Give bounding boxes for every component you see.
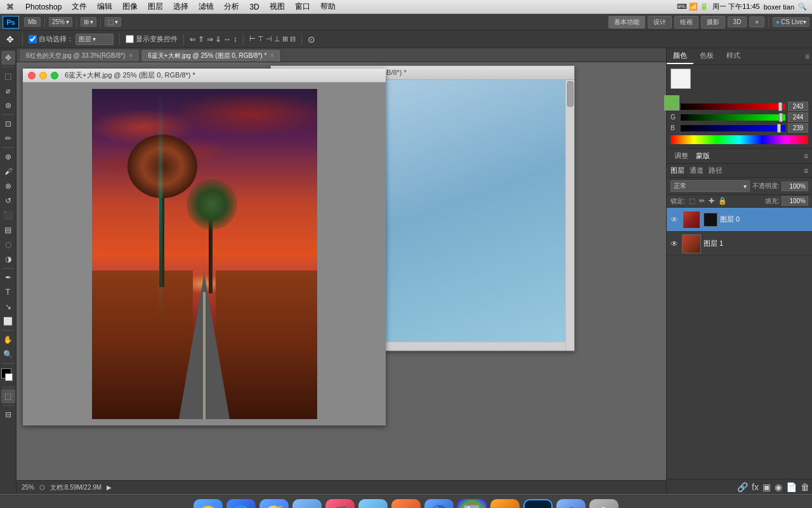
blend-mode-dropdown[interactable]: 正常 ▾: [671, 180, 750, 192]
b-channel-input[interactable]: 239: [788, 123, 808, 133]
lasso-tool[interactable]: ⌀: [1, 84, 15, 98]
tab-swatches[interactable]: 色板: [693, 48, 720, 64]
fill-input[interactable]: [782, 196, 808, 206]
workspace-more[interactable]: »: [749, 17, 764, 27]
g-channel-bar[interactable]: [681, 114, 785, 121]
g-channel-handle[interactable]: [779, 113, 783, 122]
auto-select-type[interactable]: 图层 ▾: [75, 34, 114, 45]
dock-email[interactable]: ✉: [490, 499, 520, 509]
menu-photoshop[interactable]: Photoshop: [20, 3, 67, 11]
search-icon[interactable]: 🔍: [798, 3, 807, 11]
bg-color-swatch[interactable]: [5, 373, 13, 381]
menu-analyze[interactable]: 分析: [219, 1, 244, 12]
path-selection-tool[interactable]: ↘: [1, 300, 15, 314]
dock-chrome[interactable]: 🔄: [457, 499, 487, 509]
second-doc-scrollbar-v[interactable]: [565, 80, 574, 351]
menu-window[interactable]: 窗口: [290, 1, 315, 12]
auto-select-check[interactable]: [29, 35, 37, 43]
eraser-tool[interactable]: ⬛: [1, 208, 15, 222]
workspace-photo[interactable]: 摄影: [701, 16, 725, 29]
layer-new-btn[interactable]: 📄: [786, 482, 797, 492]
ps-menu-btn[interactable]: Mb: [24, 17, 41, 27]
history-brush-tool[interactable]: ↺: [1, 194, 15, 208]
menu-layer[interactable]: 图层: [143, 1, 168, 12]
menu-view[interactable]: 视图: [265, 1, 290, 12]
layer-fx-btn[interactable]: fx: [752, 482, 759, 492]
workspace-paint[interactable]: 绘画: [674, 16, 698, 29]
workspace-3d[interactable]: 3D: [728, 17, 747, 27]
gradient-tool[interactable]: ▤: [1, 223, 15, 237]
zoom-tool[interactable]: 🔍: [1, 347, 15, 361]
magic-wand-tool[interactable]: ⊛: [1, 98, 15, 112]
menu-help[interactable]: 帮助: [315, 1, 341, 12]
view-dropdown[interactable]: ⊞ ▾: [81, 17, 96, 27]
dock-finder[interactable]: 😊: [193, 499, 223, 509]
r-channel-handle[interactable]: [778, 102, 782, 111]
dock-folder[interactable]: 📁: [292, 499, 322, 509]
zoom-dropdown[interactable]: 25% ▾: [49, 17, 72, 27]
b-channel-handle[interactable]: [777, 124, 781, 133]
menu-image[interactable]: 图像: [117, 1, 143, 12]
lock-position-icon[interactable]: ✏: [699, 197, 705, 205]
tab-mask[interactable]: 蒙版: [692, 150, 714, 162]
statusbar-expand[interactable]: ▶: [107, 484, 112, 491]
b-channel-bar[interactable]: [681, 125, 785, 131]
move-tool[interactable]: ✥: [1, 51, 15, 65]
tab-color[interactable]: 颜色: [667, 48, 693, 64]
menu-3d[interactable]: 3D: [244, 3, 264, 11]
layer-item-0[interactable]: 👁 图层 0: [667, 208, 812, 232]
screen-mode-btn[interactable]: ⊟: [1, 408, 15, 422]
cs-live-btn[interactable]: ● CS Live▾: [773, 17, 809, 27]
lock-all-icon[interactable]: 🔒: [718, 197, 727, 205]
layer-0-mask[interactable]: [704, 213, 717, 227]
menu-filter[interactable]: 滤镜: [193, 1, 219, 12]
g-channel-input[interactable]: 244: [788, 112, 808, 122]
dock-photoshop[interactable]: Ps: [523, 499, 553, 509]
layer-0-visibility[interactable]: 👁: [669, 215, 679, 225]
maximize-button[interactable]: [51, 72, 58, 79]
color-spectrum[interactable]: [671, 135, 808, 144]
foreground-color[interactable]: [1, 368, 15, 385]
dock-finder2[interactable]: 💼: [556, 499, 586, 509]
bg-color-preview[interactable]: [664, 95, 679, 110]
workspace-basic[interactable]: 基本功能: [608, 16, 645, 29]
workspace-design[interactable]: 设计: [648, 16, 672, 29]
shape-tool[interactable]: ⬜: [1, 314, 15, 328]
layer-delete-btn[interactable]: 🗑: [801, 482, 809, 492]
canvas-content[interactable]: [23, 83, 386, 425]
close-button[interactable]: [28, 72, 36, 79]
type-tool[interactable]: T: [1, 285, 15, 299]
r-channel-input[interactable]: 243: [788, 102, 808, 111]
dock-iphoto[interactable]: 📷: [358, 499, 388, 509]
tab-close-2[interactable]: ×: [270, 52, 274, 59]
layer-link-btn[interactable]: 🔗: [737, 482, 748, 492]
eyedropper-tool[interactable]: ✏: [1, 131, 15, 145]
tab-close-1[interactable]: ×: [129, 52, 133, 59]
crop-tool[interactable]: ⊡: [1, 117, 15, 131]
scrollbar-v-thumb[interactable]: [567, 81, 573, 107]
fg-bg-swatches[interactable]: [671, 69, 698, 97]
layer-adjustment-btn[interactable]: ◉: [775, 482, 782, 492]
apple-menu[interactable]: ⌘: [0, 3, 20, 11]
dock-gear[interactable]: ⚙: [391, 499, 421, 509]
dock-browser1[interactable]: 🌐: [226, 499, 256, 509]
dodge-tool[interactable]: ◑: [1, 252, 15, 266]
blur-tool[interactable]: ◌: [1, 237, 15, 251]
dock-music[interactable]: 🎵: [325, 499, 355, 509]
layer-item-1[interactable]: 👁 图层 1: [667, 232, 812, 256]
tab-channels[interactable]: 通道: [690, 166, 704, 175]
layer-mask-btn[interactable]: ▣: [763, 482, 771, 492]
opacity-input[interactable]: [782, 182, 808, 191]
clone-stamp-tool[interactable]: ⊗: [1, 179, 15, 193]
tab-layers[interactable]: 图层: [671, 166, 684, 175]
layers-options-icon[interactable]: ≡: [804, 166, 808, 175]
zoom-display[interactable]: 25%: [22, 484, 34, 491]
show-transform-checkbox[interactable]: 显示变换控件: [126, 34, 178, 44]
tab-blue-sky[interactable]: 6蓝天+大树.jpg @ 25% (图层 0, RGB/8*) * ×: [141, 49, 281, 62]
dock-browser2[interactable]: 🔵: [424, 499, 454, 509]
tab-red-sky[interactable]: 6红色的天空.jpg @ 33.3%(RGB/8*) ×: [19, 49, 140, 62]
tab-styles[interactable]: 样式: [720, 48, 747, 64]
hand-tool[interactable]: ✋: [1, 333, 15, 347]
menu-edit[interactable]: 编辑: [92, 1, 117, 12]
arrange-dropdown[interactable]: ⬚ ▾: [105, 17, 121, 27]
